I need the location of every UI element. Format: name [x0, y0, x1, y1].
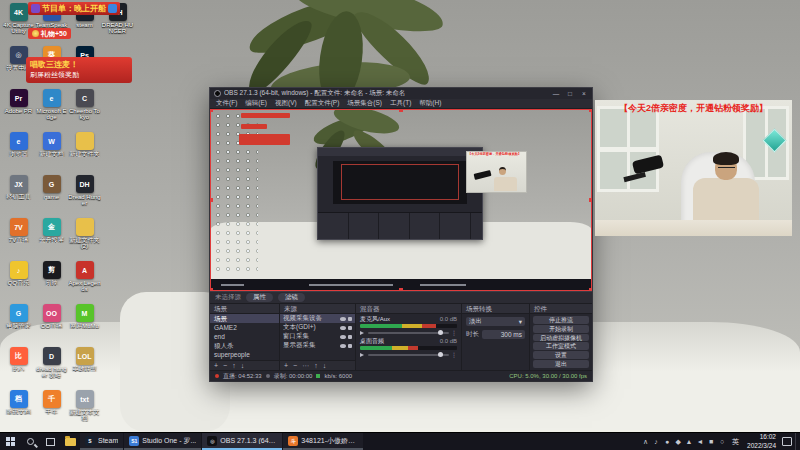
scene-item[interactable]: GAME2 — [210, 323, 279, 332]
desktop-icon[interactable]: 新建文件夹 — [68, 131, 101, 174]
window-control-button[interactable]: — — [549, 88, 563, 99]
source-item[interactable]: 窗口采集 — [280, 332, 355, 341]
scene-down-button[interactable]: ↓ — [241, 361, 245, 371]
control-button[interactable]: 开始录制 — [533, 325, 589, 333]
desktop-icon[interactable]: 金 金舟投屏 — [35, 217, 68, 260]
desktop-icon[interactable]: 比 比心 — [2, 346, 35, 389]
desktop-icon[interactable]: DH Dread Hunger — [68, 174, 101, 217]
duration-value[interactable]: 300 ms — [482, 330, 525, 339]
selection-handle[interactable] — [589, 288, 592, 291]
channel-menu-icon[interactable]: ⋮ — [451, 329, 457, 336]
control-button[interactable]: 设置 — [533, 351, 589, 359]
source-settings-button[interactable]: ⋯ — [302, 361, 309, 371]
visibility-eye-icon[interactable] — [340, 317, 346, 321]
volume-knob[interactable] — [438, 352, 443, 357]
menu-item[interactable]: 编辑(E) — [241, 99, 271, 108]
explorer-button[interactable] — [60, 433, 80, 450]
desktop-icon[interactable]: G 电脑管家 — [2, 303, 35, 346]
source-item[interactable]: 视频采集设备 — [280, 314, 355, 323]
desktop-icon[interactable]: A Apex Legends — [68, 260, 101, 303]
taskbar-app-button[interactable]: S1 Studio One - 罗... — [124, 433, 201, 450]
source-up-button[interactable]: ↑ — [314, 361, 318, 371]
desktop-icon[interactable]: C Cheerbo Tokyo — [68, 88, 101, 131]
scene-item[interactable]: 狼人杀 — [210, 341, 279, 350]
taskview-button[interactable] — [40, 433, 60, 450]
menu-item[interactable]: 配置文件(P) — [301, 99, 344, 108]
source-down-button[interactable]: ↓ — [323, 361, 327, 371]
menu-item[interactable]: 帮助(H) — [415, 99, 445, 108]
tray-icon[interactable]: ○ — [717, 433, 727, 450]
window-control-button[interactable]: × — [577, 88, 591, 99]
scene-up-button[interactable]: ↑ — [232, 361, 236, 371]
desktop-icon[interactable]: 新建文件夹 (2) — [68, 217, 101, 260]
tray-icon[interactable]: ▲ — [684, 433, 694, 450]
menu-item[interactable]: 场景集合(S) — [343, 99, 386, 108]
taskbar-app-button[interactable]: S Steam — [80, 433, 123, 450]
add-scene-button[interactable]: + — [214, 361, 218, 371]
tray-icon[interactable]: ■ — [706, 433, 716, 450]
desktop-icon[interactable]: D dread hunger 攻略 — [35, 346, 68, 389]
desktop-icon[interactable]: ♪ QQ音乐 — [2, 260, 35, 303]
speaker-icon[interactable] — [360, 331, 366, 335]
lock-icon[interactable] — [348, 335, 352, 339]
search-button[interactable] — [20, 433, 40, 450]
window-control-button[interactable]: □ — [563, 88, 577, 99]
selection-handle[interactable] — [210, 109, 213, 112]
desktop-icon[interactable]: e 浏览器 — [2, 131, 35, 174]
menu-item[interactable]: 文件(F) — [212, 99, 241, 108]
transition-select[interactable]: 淡出 ▾ — [466, 317, 525, 326]
tray-icon[interactable]: ◄ — [695, 433, 705, 450]
scene-item[interactable]: end — [210, 332, 279, 341]
tray-icon[interactable]: ♪ — [651, 433, 661, 450]
desktop-icon[interactable]: 档 腾讯文档 — [2, 389, 35, 432]
selection-handle[interactable] — [589, 109, 592, 112]
remove-scene-button[interactable]: − — [223, 361, 227, 371]
tray-expand-button[interactable]: ∧ — [643, 438, 648, 446]
control-button[interactable]: 启动虚拟摄像机 — [533, 334, 589, 342]
taskbar-app-button[interactable]: ◎ OBS 27.1.3 (64-bi... — [202, 433, 282, 450]
desktop-icon[interactable]: G game — [35, 174, 68, 217]
control-button[interactable]: 停止推流 — [533, 316, 589, 324]
menu-item[interactable]: 工具(T) — [386, 99, 415, 108]
desktop-icon[interactable]: 千 千牛 — [35, 389, 68, 432]
filters-button[interactable]: 滤镜 — [278, 293, 305, 302]
desktop-icon[interactable]: e Microsoft Edge — [35, 88, 68, 131]
scene-item[interactable]: 场景 — [210, 314, 279, 323]
desktop-icon[interactable]: txt 新建文本文档 — [68, 389, 101, 432]
selection-handle[interactable] — [399, 109, 403, 112]
scene-item[interactable]: superpeople — [210, 350, 279, 359]
visibility-eye-icon[interactable] — [340, 344, 346, 348]
menu-item[interactable]: 视图(V) — [271, 99, 301, 108]
ime-indicator[interactable]: 英 — [730, 437, 741, 447]
source-item[interactable]: 显示器采集 — [280, 341, 355, 350]
start-button[interactable] — [0, 433, 20, 450]
properties-button[interactable]: 属性 — [246, 293, 273, 302]
show-desktop-button[interactable] — [795, 433, 798, 450]
control-button[interactable]: 退出 — [533, 360, 589, 368]
volume-knob[interactable] — [438, 330, 443, 335]
lock-icon[interactable] — [348, 317, 352, 321]
selection-handle[interactable] — [399, 288, 403, 291]
channel-menu-icon[interactable]: ⋮ — [451, 351, 457, 358]
speaker-icon[interactable] — [360, 353, 366, 357]
tray-icon[interactable]: ● — [662, 433, 672, 450]
notification-center-button[interactable] — [782, 437, 792, 446]
selection-handle[interactable] — [589, 198, 592, 202]
desktop-icon[interactable]: LOL 英雄联盟 — [68, 346, 101, 389]
volume-slider[interactable]: ⋮ — [360, 329, 457, 336]
lock-icon[interactable] — [348, 344, 352, 348]
visibility-eye-icon[interactable] — [340, 326, 346, 330]
remove-source-button[interactable]: − — [293, 361, 297, 371]
tray-icon[interactable]: ◆ — [673, 433, 683, 450]
desktop-icon[interactable]: M 网易MuMu — [68, 303, 101, 346]
control-button[interactable]: 工作室模式 — [533, 342, 589, 350]
desktop-icon[interactable]: JX 经销工具 — [2, 174, 35, 217]
clock[interactable]: 16:02 2022/3/24 — [744, 433, 779, 449]
desktop-icon[interactable]: Pr Adobe PR — [2, 88, 35, 131]
source-item[interactable]: 文本(GDI+) — [280, 323, 355, 332]
lock-icon[interactable] — [348, 326, 352, 330]
selection-handle[interactable] — [210, 288, 213, 291]
add-source-button[interactable]: + — [284, 361, 288, 371]
selection-handle[interactable] — [210, 198, 213, 202]
desktop-icon[interactable]: 剪 剪映 — [35, 260, 68, 303]
